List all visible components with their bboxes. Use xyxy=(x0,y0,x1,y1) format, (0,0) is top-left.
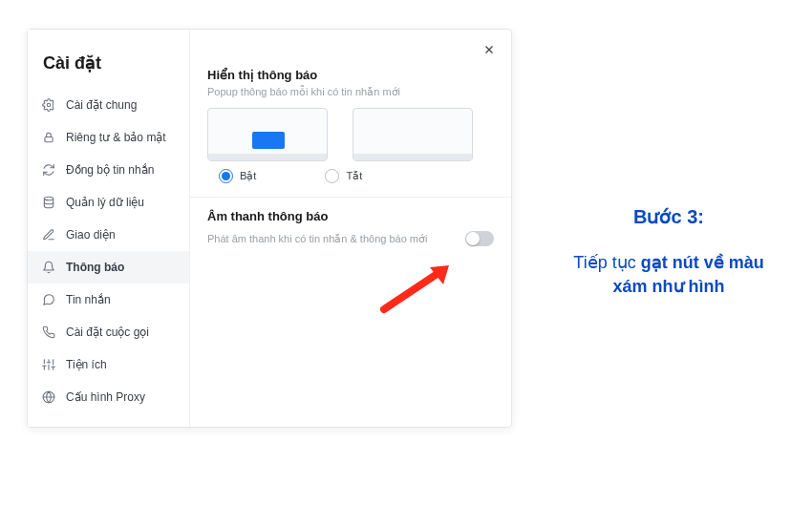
divider xyxy=(190,197,511,198)
radio-on[interactable]: Bật xyxy=(219,169,256,183)
sidebar-item-general[interactable]: Cài đặt chung xyxy=(28,89,189,121)
svg-point-0 xyxy=(47,103,51,107)
sidebar-item-label: Thông báo xyxy=(66,261,124,274)
sound-title: Âm thanh thông báo xyxy=(207,209,494,223)
radio-dot-icon xyxy=(325,169,339,183)
sliders-icon xyxy=(41,357,56,372)
instruction-step: Bước 3: xyxy=(545,205,793,228)
svg-rect-1 xyxy=(45,136,53,141)
sidebar-item-messages[interactable]: Tin nhắn xyxy=(28,284,189,316)
close-icon xyxy=(482,43,496,56)
sidebar: Cài đặt Cài đặt chung Riêng tư & bảo mật… xyxy=(28,30,190,427)
lock-icon xyxy=(41,130,56,145)
sidebar-item-label: Riêng tư & bảo mật xyxy=(66,131,166,144)
phone-icon xyxy=(41,325,56,340)
sidebar-item-data[interactable]: Quản lý dữ liệu xyxy=(28,186,189,219)
sidebar-item-sync[interactable]: Đồng bộ tin nhắn xyxy=(28,154,189,186)
radio-dot-icon xyxy=(219,169,233,183)
sidebar-item-label: Đồng bộ tin nhắn xyxy=(66,163,154,177)
radio-on-label: Bật xyxy=(240,170,256,182)
sidebar-item-label: Tiện ích xyxy=(66,358,107,371)
instruction-text: Tiếp tục gạt nút về màu xám như hình xyxy=(545,251,793,299)
sound-row: Phát âm thanh khi có tin nhắn & thông bá… xyxy=(207,231,494,246)
radio-off[interactable]: Tắt xyxy=(325,169,362,183)
sound-desc: Phát âm thanh khi có tin nhắn & thông bá… xyxy=(207,233,427,245)
radio-off-label: Tắt xyxy=(346,170,362,182)
sidebar-item-label: Quản lý dữ liệu xyxy=(66,196,144,209)
notif-radio-row: Bật Tắt xyxy=(219,169,494,183)
show-notif-title: Hiển thị thông báo xyxy=(207,68,494,82)
sound-toggle[interactable] xyxy=(465,231,494,246)
gear-icon xyxy=(41,97,56,113)
canvas: Cài đặt Cài đặt chung Riêng tư & bảo mật… xyxy=(0,0,812,525)
notif-option-off-card[interactable] xyxy=(353,108,473,161)
bell-icon xyxy=(41,260,56,275)
sidebar-item-proxy[interactable]: Cấu hình Proxy xyxy=(28,381,189,413)
instruction: Bước 3: Tiếp tục gạt nút về màu xám như … xyxy=(545,205,793,299)
notif-option-row xyxy=(207,108,494,161)
edit-icon xyxy=(41,227,56,242)
sidebar-item-notifications[interactable]: Thông báo xyxy=(28,251,189,284)
show-notif-desc: Popup thông báo mỗi khi có tin nhắn mới xyxy=(207,86,494,98)
sidebar-item-label: Cài đặt chung xyxy=(66,98,137,112)
sidebar-item-privacy[interactable]: Riêng tư & bảo mật xyxy=(28,121,189,154)
close-button[interactable] xyxy=(477,37,502,62)
sidebar-item-label: Giao diện xyxy=(66,228,116,242)
settings-dialog: Cài đặt Cài đặt chung Riêng tư & bảo mật… xyxy=(27,29,512,428)
sidebar-item-label: Cấu hình Proxy xyxy=(66,390,145,404)
notif-option-on-card[interactable] xyxy=(207,108,328,161)
sidebar-item-utilities[interactable]: Tiện ích xyxy=(28,348,189,381)
sync-icon xyxy=(41,162,56,178)
svg-point-2 xyxy=(44,197,53,200)
database-icon xyxy=(41,195,56,210)
chat-icon xyxy=(41,292,56,307)
globe-icon xyxy=(41,389,56,405)
sidebar-item-calls[interactable]: Cài đặt cuộc gọi xyxy=(28,316,189,348)
sidebar-item-label: Tin nhắn xyxy=(66,293,111,306)
toggle-knob-icon xyxy=(466,232,480,245)
content-pane: Hiển thị thông báo Popup thông báo mỗi k… xyxy=(190,30,511,427)
sidebar-title: Cài đặt xyxy=(28,39,189,89)
sidebar-item-theme[interactable]: Giao diện xyxy=(28,219,189,251)
sidebar-item-label: Cài đặt cuộc gọi xyxy=(66,326,149,339)
